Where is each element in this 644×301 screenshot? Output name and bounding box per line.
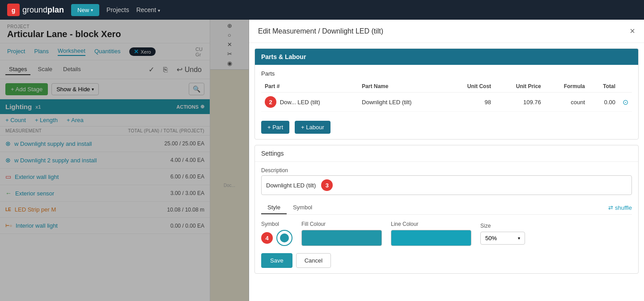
logo: g groundplan [7,4,64,16]
logo-icon: g [7,4,20,16]
new-button[interactable]: New ▾ [71,4,99,16]
svg-text:g: g [12,7,16,14]
recent-link[interactable]: Recent ▾ [136,6,160,13]
top-nav: g groundplan New ▾ Projects Recent ▾ [0,0,644,20]
logo-text: groundplan [22,5,64,15]
projects-link[interactable]: Projects [106,6,129,13]
